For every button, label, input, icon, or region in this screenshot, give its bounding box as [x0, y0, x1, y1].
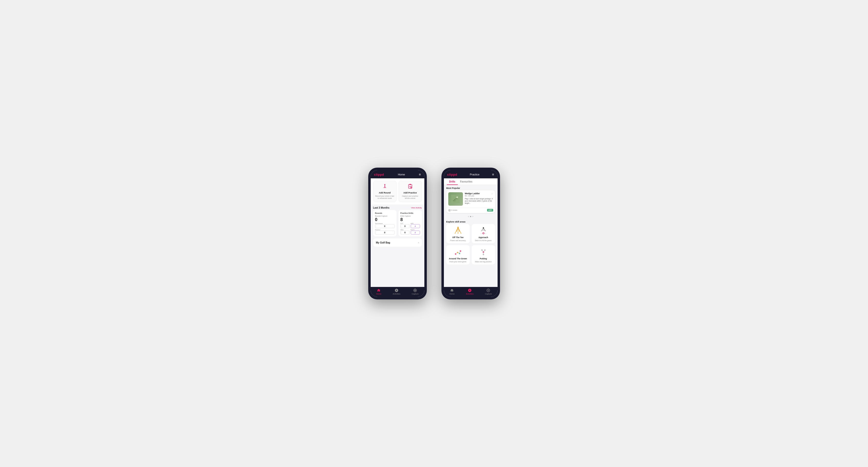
rounds-box: Rounds Rounds Capture 0 Tournament 0 Pra… — [373, 210, 397, 237]
svg-point-35 — [484, 230, 485, 231]
off-the-tee-desc: Power and accuracy — [450, 240, 466, 241]
explore-heading: Explore skill areas — [444, 219, 498, 224]
drills-capture-value: 8 — [400, 217, 420, 222]
stats-container: Rounds Rounds Capture 0 Tournament 0 Pra… — [371, 210, 424, 238]
nav-activities[interactable]: Activities — [393, 288, 400, 295]
phone1-content: Add Round Record your shots in fast or e… — [371, 178, 424, 287]
approach-name: Approach — [478, 236, 488, 239]
tournament-stat: Tournament 0 — [375, 223, 395, 228]
off-the-tee-name: Off The Tee — [452, 236, 463, 239]
practice-value: 0 — [375, 230, 395, 235]
svg-point-48 — [488, 290, 489, 291]
svg-line-21 — [458, 227, 461, 233]
phone1-menu-icon[interactable]: ≡ — [419, 173, 421, 177]
phone-1: clippd Home ≡ Add Round — [368, 167, 427, 300]
svg-point-16 — [449, 210, 450, 211]
add-round-title: Add Round — [379, 191, 391, 194]
tabs-row: Drills Favourites — [444, 178, 498, 185]
putting-desc: Make and lag practice — [475, 261, 492, 262]
nav2-home[interactable]: Home — [450, 288, 455, 295]
phone1-logo: clippd — [374, 173, 384, 177]
drills-capture-label: Drills Capture — [400, 215, 420, 217]
featured-info: Wedge Ladder 50–100 yds ☆ Play 1 shot at… — [465, 192, 493, 206]
featured-title: Wedge Ladder — [465, 192, 480, 195]
approach-icon — [478, 226, 488, 235]
svg-point-25 — [458, 233, 459, 234]
shots-count: 9 shots — [448, 209, 457, 212]
last3months-header: Last 3 Months View Activity — [371, 205, 424, 210]
svg-point-13 — [456, 196, 458, 198]
svg-marker-2 — [384, 184, 385, 185]
skill-approach[interactable]: Approach Dial-in to hit the green — [472, 224, 495, 243]
featured-footer: 9 shots APP — [446, 208, 495, 213]
skill-putting[interactable]: Putting Make and lag practice — [472, 245, 495, 264]
svg-point-27 — [461, 233, 461, 234]
favourite-star-icon[interactable]: ☆ — [491, 192, 493, 195]
phone-2: clippd Practice ≡ Drills Favourites Most… — [441, 167, 500, 300]
add-round-desc: Record your shots in fast or enhanced mo… — [375, 195, 394, 199]
putting-name: Putting — [480, 257, 487, 260]
off-the-tee-icon — [453, 226, 463, 235]
tab-drills[interactable]: Drills — [447, 178, 458, 185]
nav-home[interactable]: Home — [376, 288, 381, 295]
action-cards-row: Add Round Record your shots in fast or e… — [371, 178, 424, 205]
svg-rect-5 — [409, 184, 411, 185]
svg-point-22 — [457, 227, 459, 228]
add-practice-title: Add Practice — [403, 191, 417, 194]
featured-card[interactable]: Wedge Ladder 50–100 yds ☆ Play 1 shot at… — [446, 190, 495, 213]
add-practice-card[interactable]: Add Practice Capture your practice off-t… — [399, 181, 422, 202]
putt-stat: PUTT 4 — [411, 229, 420, 235]
view-activity-link[interactable]: View Activity — [411, 207, 422, 209]
putt-value: 4 — [411, 230, 420, 235]
featured-card-image — [448, 192, 463, 206]
nav-capture[interactable]: Capture — [412, 288, 418, 295]
drills-arg-putt-row: ARG 0 PUTT 4 — [400, 229, 420, 235]
phone2-title: Practice — [470, 173, 479, 176]
nav2-activities[interactable]: Activities — [466, 288, 474, 295]
skill-around-the-green[interactable]: Around The Green Hone your short game — [446, 245, 470, 264]
phone2-logo: clippd — [447, 173, 457, 177]
around-the-green-name: Around The Green — [449, 257, 467, 260]
app-stat: APP 4 — [411, 223, 420, 228]
skill-grid: Off The Tee Power and accuracy — [444, 224, 498, 267]
golf-bag-row[interactable]: My Golf Bag › — [373, 238, 422, 247]
phone1-title: Home — [398, 173, 405, 176]
featured-desc: Play 1 shot at each target yardage. If y… — [465, 198, 493, 204]
rounds-mini-row: Tournament 0 — [375, 223, 395, 228]
rounds-practice-row: Practice 0 — [375, 229, 395, 235]
rounds-capture-label: Rounds Capture — [375, 215, 395, 217]
svg-point-33 — [481, 230, 482, 231]
dot-1 — [468, 216, 469, 217]
nav2-capture[interactable]: Capture — [485, 288, 492, 295]
tournament-value: 0 — [375, 224, 395, 228]
app-badge: APP — [487, 209, 493, 212]
svg-point-34 — [483, 230, 484, 231]
svg-point-32 — [483, 227, 484, 229]
svg-point-26 — [459, 231, 460, 232]
add-round-icon — [382, 184, 388, 191]
skill-off-the-tee[interactable]: Off The Tee Power and accuracy — [446, 224, 470, 243]
rounds-capture-value: 0 — [375, 217, 395, 222]
svg-line-18 — [457, 227, 458, 231]
dot-2 — [470, 216, 471, 217]
arg-value: 0 — [400, 230, 410, 235]
svg-point-42 — [460, 250, 461, 252]
rounds-title: Rounds — [375, 212, 395, 214]
phone2-menu-icon[interactable]: ≡ — [492, 173, 494, 177]
golf-bag-label: My Golf Bag — [376, 241, 390, 244]
tab-favourites[interactable]: Favourites — [458, 178, 475, 185]
drills-ott-app-row: OTT 0 APP 4 — [400, 223, 420, 228]
svg-rect-1 — [384, 184, 385, 187]
phone1-header: clippd Home ≡ — [371, 170, 424, 178]
ott-stat: OTT 0 — [400, 223, 410, 228]
around-the-green-desc: Hone your short game — [450, 261, 466, 262]
golf-bag-chevron: › — [418, 241, 419, 244]
add-round-card[interactable]: Add Round Record your shots in fast or e… — [373, 181, 397, 202]
approach-desc: Dial-in to hit the green — [475, 240, 492, 241]
arg-stat: ARG 0 — [400, 229, 410, 235]
svg-point-23 — [455, 233, 456, 234]
drills-title: Practice Drills — [400, 212, 420, 214]
practice-stat: Practice 0 — [375, 229, 395, 235]
ott-value: 0 — [400, 224, 410, 228]
drills-box: Practice Drills Drills Capture 8 OTT 0 A… — [399, 210, 422, 237]
